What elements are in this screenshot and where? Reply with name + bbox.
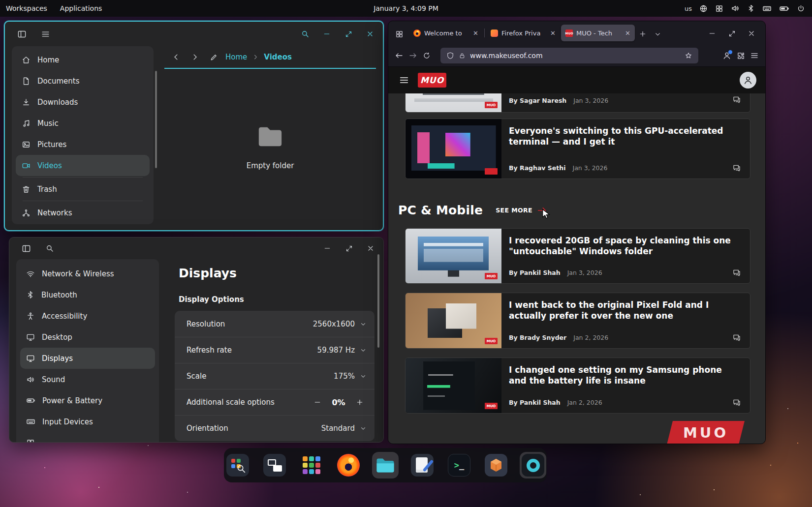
minimize-button[interactable]: [320, 241, 334, 255]
dock-display-settings[interactable]: [520, 452, 546, 478]
sidebar-item-downloads[interactable]: Downloads: [16, 91, 150, 113]
article-card[interactable]: MUO I changed one setting on my Samsung …: [405, 358, 750, 414]
bookmark-star-icon[interactable]: [685, 52, 692, 60]
sidebar-item-bluetooth[interactable]: Bluetooth: [20, 284, 155, 305]
article-title[interactable]: I changed one setting on my Samsung phon…: [509, 364, 739, 386]
settings-titlebar[interactable]: [9, 238, 383, 259]
sidebar-item-home[interactable]: Home: [16, 49, 150, 70]
settings-scrollbar[interactable]: [377, 254, 379, 348]
sidebar-toggle-button[interactable]: [15, 27, 29, 41]
back-button[interactable]: [169, 50, 183, 64]
search-button[interactable]: [298, 27, 312, 41]
maximize-button[interactable]: [725, 27, 739, 40]
sidebar-item-sound[interactable]: Sound: [20, 369, 155, 390]
maximize-button[interactable]: [342, 241, 356, 255]
article-card[interactable]: MUO I went back to the original Pixel Fo…: [405, 293, 750, 349]
sidebar-item-power-battery[interactable]: Power & Battery: [20, 390, 155, 411]
volume-icon[interactable]: [731, 4, 740, 13]
dock-text-editor[interactable]: [409, 452, 436, 478]
article-author[interactable]: By Pankil Shah: [509, 269, 561, 276]
close-button[interactable]: [363, 27, 377, 41]
tab-close-icon[interactable]: ✕: [625, 30, 630, 37]
sidebar-item-pictures[interactable]: Pictures: [16, 134, 150, 155]
article-author[interactable]: By Brady Snyder: [509, 334, 566, 341]
scale-decrease-button[interactable]: [311, 395, 324, 409]
dock-app-grid[interactable]: [298, 452, 325, 478]
comments-icon[interactable]: [732, 333, 741, 342]
article-author[interactable]: By Raghav Sethi: [509, 164, 566, 172]
article-card[interactable]: MUO I recovered 20GB of space by cleanin…: [405, 228, 750, 284]
file-manager-titlebar[interactable]: [5, 22, 383, 46]
url-text[interactable]: www.makeuseof.com: [470, 52, 680, 60]
orientation-row[interactable]: Orientation Standard: [175, 415, 375, 441]
workspaces-menu[interactable]: Workspaces: [6, 4, 47, 12]
refresh-rate-row[interactable]: Refresh rate 59.987 Hz: [175, 337, 375, 363]
site-account-button[interactable]: [740, 72, 756, 89]
tray-grid-icon[interactable]: [715, 4, 723, 13]
shield-icon[interactable]: [446, 52, 454, 60]
sidebar-item-networks[interactable]: Networks: [16, 202, 150, 223]
comments-icon[interactable]: [732, 398, 741, 407]
article-title[interactable]: I went back to the original Pixel Fold a…: [509, 299, 739, 321]
tab-welcome[interactable]: Welcome to ✕: [409, 25, 483, 41]
site-menu-button[interactable]: [397, 73, 411, 87]
list-tabs-button[interactable]: [651, 27, 664, 41]
sidebar-item-input-devices[interactable]: Input Devices: [20, 411, 155, 432]
dock-files[interactable]: [372, 452, 399, 478]
address-bar[interactable]: www.makeuseof.com: [440, 48, 698, 63]
firefox-view-button[interactable]: [392, 27, 406, 41]
tab-muo[interactable]: MUO MUO - Tech ✕: [561, 25, 635, 41]
forward-button[interactable]: [406, 49, 420, 62]
minimize-button[interactable]: [320, 27, 334, 41]
dock-window-switcher[interactable]: [261, 452, 288, 478]
sidebar-item-videos[interactable]: Videos: [16, 155, 150, 176]
back-button[interactable]: [392, 49, 406, 62]
sidebar-item-network-wireless[interactable]: Network & Wireless: [20, 263, 155, 284]
site-logo[interactable]: MUO: [418, 73, 446, 88]
close-button[interactable]: [745, 27, 758, 40]
see-more-link[interactable]: SEE MORE: [496, 205, 547, 216]
bluetooth-off-icon[interactable]: [747, 4, 755, 12]
search-button[interactable]: [43, 241, 57, 255]
tab-close-icon[interactable]: ✕: [473, 30, 478, 37]
sidebar-item-clipped[interactable]: [20, 432, 155, 442]
scale-increase-button[interactable]: [353, 395, 367, 409]
new-tab-button[interactable]: [636, 27, 650, 41]
resolution-row[interactable]: Resolution 2560x1600: [175, 311, 375, 337]
dock-software-center[interactable]: [483, 452, 509, 478]
article-author[interactable]: By Sagar Naresh: [509, 97, 566, 104]
sidebar-item-desktop[interactable]: Desktop: [20, 327, 155, 348]
dock-firefox[interactable]: [335, 452, 362, 478]
keyboard-layout-indicator[interactable]: us: [685, 5, 692, 12]
globe-icon[interactable]: [699, 4, 708, 13]
dock-launcher[interactable]: [224, 452, 251, 478]
power-icon[interactable]: [797, 4, 805, 13]
sidebar-item-displays[interactable]: Displays: [20, 348, 155, 369]
battery-icon[interactable]: [779, 3, 789, 14]
account-button[interactable]: [720, 49, 734, 62]
edit-path-button[interactable]: [207, 50, 220, 64]
menu-button[interactable]: [748, 49, 761, 62]
breadcrumb-home[interactable]: Home: [225, 53, 247, 61]
sidebar-item-documents[interactable]: Documents: [16, 70, 150, 91]
lock-icon[interactable]: [459, 52, 466, 59]
close-button[interactable]: [364, 241, 377, 255]
keyboard-icon[interactable]: [762, 4, 772, 13]
sidebar-item-music[interactable]: Music: [16, 113, 150, 134]
sidebar-scrollbar[interactable]: [155, 71, 157, 168]
app-menu-button[interactable]: [38, 27, 52, 41]
comments-icon[interactable]: [732, 95, 741, 104]
comments-icon[interactable]: [732, 164, 741, 173]
maximize-button[interactable]: [342, 27, 355, 41]
minimize-button[interactable]: [705, 27, 719, 40]
forward-button[interactable]: [188, 50, 202, 64]
article-title[interactable]: I recovered 20GB of space by cleaning th…: [509, 235, 739, 257]
reload-button[interactable]: [420, 49, 434, 62]
tab-firefox-privacy[interactable]: Firefox Priva ✕: [486, 25, 560, 41]
extensions-button[interactable]: [734, 49, 748, 62]
applications-menu[interactable]: Applications: [60, 4, 102, 12]
sidebar-item-trash[interactable]: Trash: [16, 179, 150, 200]
comments-icon[interactable]: [732, 268, 741, 277]
tab-close-icon[interactable]: ✕: [550, 30, 556, 37]
article-card[interactable]: Everyone's switching to this GPU-acceler…: [405, 119, 750, 179]
